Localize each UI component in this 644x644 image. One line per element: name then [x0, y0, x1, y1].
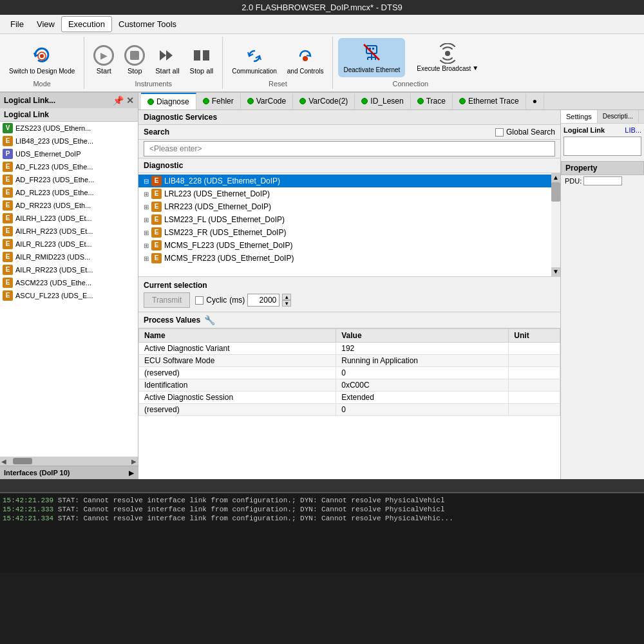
- logical-link-item[interactable]: EASCM223 (UDS_Ethe...: [0, 276, 138, 289]
- tab-trace[interactable]: Trace: [411, 93, 453, 109]
- svg-rect-4: [194, 50, 200, 61]
- tree-item-lrl223[interactable]: ⊞ELRL223 (UDS_Ethernet_DoIP): [138, 187, 560, 200]
- scroll-thumb[interactable]: [551, 182, 560, 202]
- log-text: STAT: Cannot resolve interface link from…: [58, 515, 453, 522]
- logical-link-item[interactable]: PUDS_Ethernet_DoIP: [0, 147, 138, 160]
- tree-item-lsm223-fr[interactable]: ⊞ELSM223_FR (UDS_Ethernet_DoIP): [138, 226, 560, 239]
- menu-bar: File View Execution Customer Tools: [0, 15, 644, 34]
- tab-id-lesen[interactable]: ID_Lesen: [355, 93, 410, 109]
- toolbar-group-reset: Communication and Controls Reset: [223, 37, 333, 89]
- logical-link-item[interactable]: VEZS223 (UDS_Ethern...: [0, 122, 138, 135]
- logical-link-item[interactable]: EAD_RR223 (UDS_Eth...: [0, 199, 138, 212]
- logical-link-item[interactable]: EAD_FR223 (UDS_Ethe...: [0, 173, 138, 186]
- diagnostic-label: Diagnostic: [138, 158, 560, 173]
- tab-fehler[interactable]: Fehler: [196, 93, 241, 109]
- comm-controls-button[interactable]: Communication: [228, 43, 280, 77]
- tree-item-lib48[interactable]: ⊟ELIB48_228 (UDS_Ethernet_DoIP): [138, 175, 560, 187]
- cell-name: Identification: [139, 379, 336, 392]
- tab-varcode2[interactable]: VarCode(2): [293, 93, 355, 109]
- menu-customer-tools[interactable]: Customer Tools: [112, 17, 183, 32]
- cell-value: Extended: [336, 392, 509, 404]
- stop-button[interactable]: Stop: [120, 43, 149, 77]
- transmit-button[interactable]: Transmit: [144, 292, 190, 308]
- search-input-wrap: [138, 140, 560, 158]
- logical-link-item[interactable]: EAILR_RMID223 (UDS...: [0, 251, 138, 263]
- cyclic-input[interactable]: [247, 294, 279, 307]
- cell-name: (reserved): [139, 404, 336, 416]
- table-row[interactable]: Active Diagnostic SessionExtended: [139, 392, 560, 404]
- logical-link-item[interactable]: EAILRH_L223 (UDS_Et...: [0, 212, 138, 225]
- log-line: 15:42:21.239 STAT: Cannot resolve interf…: [3, 496, 641, 505]
- prop-tab-description[interactable]: Descripti...: [598, 110, 639, 123]
- scroll-thumb[interactable]: [13, 458, 32, 464]
- process-values-header: Process Values 🔧: [138, 312, 560, 328]
- spinner: ▲ ▼: [282, 294, 291, 307]
- logical-link-item[interactable]: EAILR_RR223 (UDS_Et...: [0, 263, 138, 276]
- tabs-bar: DiagnoseFehlerVarCodeVarCode(2)ID_LesenT…: [138, 93, 644, 110]
- logical-link-item[interactable]: EASCU_FL223 (UDS_E...: [0, 289, 138, 302]
- process-values-table: Name Value Unit Active Diagnostic Varian…: [138, 328, 560, 416]
- tree-item-mcms-fl[interactable]: ⊞EMCMS_FL223 (UDS_Ethernet_DoIP): [138, 239, 560, 252]
- cell-unit: [509, 392, 560, 404]
- tree-item-lsm223-fl[interactable]: ⊞ELSM223_FL (UDS_Ethernet_DoIP): [138, 213, 560, 226]
- horizontal-scrollbar[interactable]: ◀ ▶: [0, 457, 138, 466]
- global-search-checkbox[interactable]: [495, 128, 504, 137]
- footer-label: Interfaces (DoIP 10): [4, 469, 70, 477]
- stop-all-button[interactable]: Stop all: [186, 43, 218, 77]
- prop-tab-settings[interactable]: Settings: [561, 110, 598, 123]
- table-row[interactable]: Identification0xC00C: [139, 379, 560, 392]
- mode-group-label: Mode: [33, 79, 51, 88]
- logical-link-item[interactable]: ELIB48_223 (UDS_Ethe...: [0, 135, 138, 147]
- tree-expand-icon: ⊞: [141, 227, 151, 238]
- comm-icon: [244, 46, 265, 66]
- tree-expand-icon: ⊞: [141, 202, 151, 212]
- search-input[interactable]: [144, 141, 555, 156]
- refresh-icon: [32, 46, 52, 66]
- reset-group-label: Reset: [269, 79, 287, 88]
- logical-link-item[interactable]: EAD_RL223 (UDS_Ethe...: [0, 186, 138, 199]
- tree-expand-icon: ⊞: [141, 214, 151, 225]
- tab-more[interactable]: ●: [526, 93, 544, 109]
- title-bar: 2.0 FLASHBROWSER_DoIP.mncx* - DTS9: [0, 0, 644, 15]
- tree-scrollbar[interactable]: ▲ ▼: [551, 173, 560, 276]
- menu-view[interactable]: View: [30, 17, 61, 32]
- reset2-button[interactable]: and Controls: [283, 43, 328, 77]
- menu-file[interactable]: File: [4, 17, 30, 32]
- scroll-up-btn[interactable]: ▲: [551, 173, 560, 182]
- deactivate-ethernet-button[interactable]: Deactivate Ethernet: [338, 38, 405, 77]
- refresh-pv-icon[interactable]: 🔧: [204, 315, 215, 325]
- table-row[interactable]: ECU Software ModeRunning in Application: [139, 355, 560, 367]
- spin-up[interactable]: ▲: [282, 294, 291, 300]
- tab-diagnose[interactable]: Diagnose: [141, 93, 196, 109]
- cyclic-checkbox[interactable]: [195, 296, 204, 305]
- table-row[interactable]: (reserved)0: [139, 367, 560, 379]
- start-button[interactable]: ▶ Start: [90, 43, 118, 77]
- menu-execution[interactable]: Execution: [61, 16, 112, 32]
- pdu-label: PDU:: [565, 177, 582, 185]
- log-time: 15:42:21.239: [3, 497, 53, 504]
- tree-item-lrr223[interactable]: ⊞ELRR223 (UDS_Ethernet_DoIP): [138, 200, 560, 213]
- logical-link-item[interactable]: EAILR_RL223 (UDS_Et...: [0, 238, 138, 251]
- table-row[interactable]: Active Diagnostic Variant192: [139, 343, 560, 355]
- tree-area: ⊟ELIB48_228 (UDS_Ethernet_DoIP)⊞ELRL223 …: [138, 173, 560, 276]
- pin-icon[interactable]: 📌: [113, 95, 124, 106]
- table-row[interactable]: (reserved)0: [139, 404, 560, 416]
- logical-link-item[interactable]: EAD_FL223 (UDS_Ethe...: [0, 160, 138, 173]
- design-mode-button[interactable]: Switch to Design Mode: [5, 43, 79, 77]
- start-all-button[interactable]: Start all: [151, 43, 183, 77]
- tab-ethernet-trace[interactable]: Ethernet Trace: [453, 93, 526, 109]
- connection-group-label: Connection: [392, 79, 428, 88]
- pdu-input[interactable]: [583, 176, 622, 185]
- col-unit: Unit: [509, 329, 560, 343]
- tree-item-mcms-fr[interactable]: ⊞EMCMS_FR223 (UDS_Ethernet_DoIP): [138, 252, 560, 265]
- tab-varcode[interactable]: VarCode: [241, 93, 293, 109]
- comm-controls-label: Communication: [232, 68, 276, 75]
- execute-broadcast-button[interactable]: Execute Broadcast ▼: [413, 41, 482, 75]
- spin-down[interactable]: ▼: [282, 300, 291, 307]
- process-values-label: Process Values: [144, 316, 200, 325]
- logical-link-item[interactable]: EAILRH_R223 (UDS_Et...: [0, 225, 138, 238]
- close-icon[interactable]: ✕: [126, 95, 134, 106]
- diag-section-title: Diagnostic Services: [138, 110, 560, 125]
- scroll-down-btn[interactable]: ▼: [551, 267, 560, 276]
- tab-dot-id-lesen: [361, 98, 368, 104]
